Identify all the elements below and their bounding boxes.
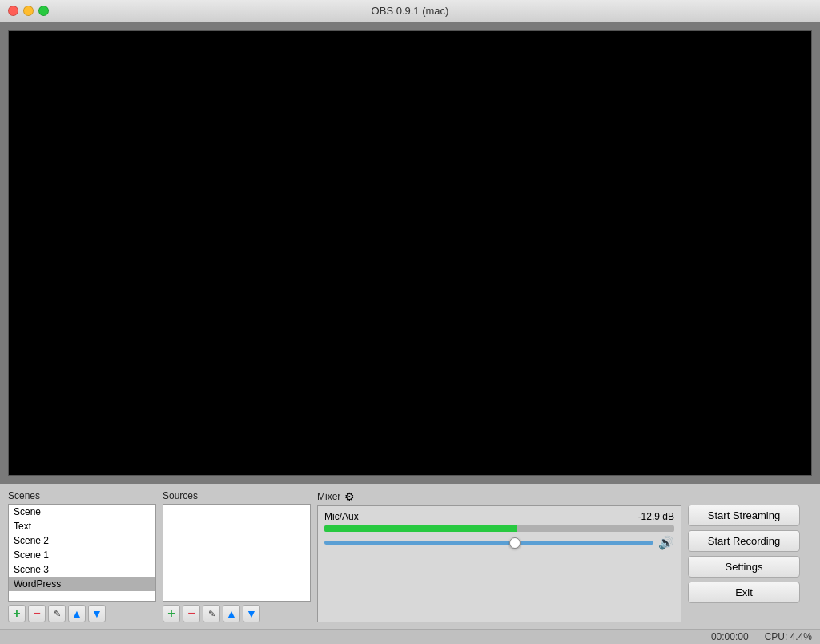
slider-thumb[interactable] (509, 537, 521, 549)
scene-list-item[interactable]: Scene 2 (9, 533, 155, 548)
timer-display: 00:00:00 (711, 631, 749, 642)
scenes-edit-button[interactable]: ✎ (48, 605, 66, 622)
scene-list-item[interactable]: Scene 3 (9, 562, 155, 577)
sources-toolbar: + − ✎ ▲ ▼ (163, 605, 311, 622)
close-button[interactable] (8, 6, 18, 16)
sources-edit-button[interactable]: ✎ (203, 605, 220, 622)
sources-add-button[interactable]: + (163, 605, 180, 622)
scene-list-item[interactable]: WordPress (9, 577, 155, 591)
settings-button[interactable]: Settings (688, 556, 800, 578)
maximize-button[interactable] (38, 6, 49, 16)
sources-label: Sources (163, 490, 311, 501)
sources-up-button[interactable]: ▲ (223, 605, 240, 622)
panels-row: Scenes SceneTextScene 2Scene 1Scene 3Wor… (0, 484, 820, 629)
status-bar: 00:00:00 CPU: 4.4% (0, 629, 820, 644)
mixer-channel-mic: Mic/Aux -12.9 dB 🔊 (324, 511, 674, 550)
scenes-toolbar: + − ✎ ▲ ▼ (8, 605, 156, 622)
mixer-label: Mixer (317, 491, 340, 502)
volume-slider[interactable] (324, 536, 653, 550)
slider-track (324, 541, 653, 545)
window-controls (8, 6, 49, 16)
scene-list-item[interactable]: Scene 1 (9, 548, 155, 562)
exit-button[interactable]: Exit (688, 582, 800, 603)
scenes-panel: Scenes SceneTextScene 2Scene 1Scene 3Wor… (8, 490, 156, 622)
action-buttons: Start Streaming Start Recording Settings… (688, 490, 812, 622)
cpu-display: CPU: 4.4% (765, 631, 812, 642)
sources-panel: Sources + − ✎ ▲ ▼ (163, 490, 311, 622)
scenes-up-button[interactable]: ▲ (68, 605, 86, 622)
sources-list[interactable] (163, 504, 311, 602)
main-area (0, 22, 820, 484)
window-title: OBS 0.9.1 (mac) (372, 5, 449, 17)
mixer-channel-top: Mic/Aux -12.9 dB (324, 511, 674, 522)
channel-name: Mic/Aux (324, 511, 359, 522)
scene-list-item[interactable]: Text (9, 519, 155, 533)
speaker-icon[interactable]: 🔊 (658, 535, 674, 550)
scenes-add-button[interactable]: + (8, 605, 26, 622)
scenes-label: Scenes (8, 490, 156, 501)
titlebar: OBS 0.9.1 (mac) (0, 0, 820, 22)
bottom-panel: Scenes SceneTextScene 2Scene 1Scene 3Wor… (0, 484, 820, 644)
mixer-header: Mixer ⚙ (317, 490, 681, 503)
scene-list-item[interactable]: Scene (9, 505, 155, 519)
mixer-panel: Mixer ⚙ Mic/Aux -12.9 dB (317, 490, 681, 622)
scenes-down-button[interactable]: ▼ (88, 605, 106, 622)
scenes-remove-button[interactable]: − (28, 605, 46, 622)
volume-row: 🔊 (324, 535, 674, 550)
start-streaming-button[interactable]: Start Streaming (688, 505, 800, 526)
sources-down-button[interactable]: ▼ (243, 605, 260, 622)
mixer-content: Mic/Aux -12.9 dB 🔊 (317, 505, 681, 622)
channel-db: -12.9 dB (638, 511, 674, 522)
volume-bar-fill (324, 525, 517, 532)
preview-canvas (8, 30, 812, 476)
minimize-button[interactable] (23, 6, 34, 16)
mixer-settings-icon[interactable]: ⚙ (344, 490, 355, 503)
scenes-list[interactable]: SceneTextScene 2Scene 1Scene 3WordPress (8, 504, 156, 602)
sources-remove-button[interactable]: − (183, 605, 200, 622)
start-recording-button[interactable]: Start Recording (688, 530, 800, 552)
volume-meter (324, 525, 674, 532)
